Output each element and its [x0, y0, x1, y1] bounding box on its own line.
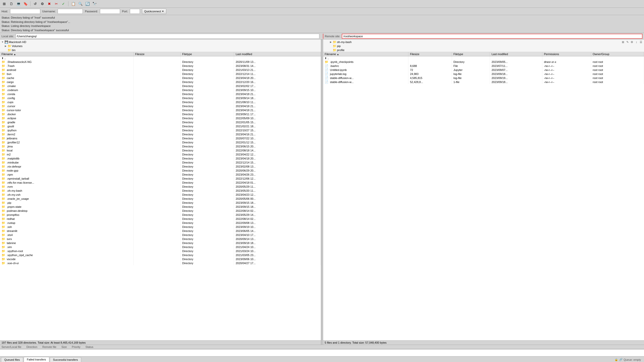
local-file-row[interactable]: ..: [0, 56, 321, 60]
remote-file-row[interactable]: ..: [323, 56, 644, 60]
tab-failed-transfers[interactable]: Failed transfers: [24, 357, 49, 362]
local-file-row[interactable]: .jima Directory 2023/06/15 20...: [0, 144, 321, 148]
col-filesize[interactable]: Filesize: [408, 52, 452, 56]
local-file-row[interactable]: .ssh Directory 2023/09/19 10...: [0, 225, 321, 229]
open-sftp-icon[interactable]: 💻: [16, 1, 21, 7]
local-file-row[interactable]: .ntfs-for-mac-license... Directory 2022/…: [0, 181, 321, 185]
tab-queued-files[interactable]: Queued files: [1, 357, 23, 362]
local-file-row[interactable]: .vpython_cipd_cache Directory 2021/03/05…: [0, 253, 321, 257]
col-permissions[interactable]: Permissions: [542, 52, 591, 56]
local-file-row[interactable]: vscode Directory 2023/09/06 10...: [0, 257, 321, 261]
local-file-row[interactable]: .docker Directory 2023/09/11 17...: [0, 112, 321, 116]
local-file-row[interactable]: cursor-tutor Directory 2023/04/18 21...: [0, 108, 321, 112]
local-file-row[interactable]: .ShadowsocksX-NG Directory 2020/11/09 13…: [0, 60, 321, 64]
local-file-row[interactable]: .gradle Directory 2022/01/05 15...: [0, 120, 321, 124]
panel-icon-4[interactable]: ↕: [634, 40, 638, 44]
local-file-row[interactable]: node-gyp Directory 2020/06/29 20...: [0, 169, 321, 173]
col-filename[interactable]: Filename ▲: [0, 52, 133, 56]
sync-icon[interactable]: 🔄: [85, 1, 90, 7]
col-owner[interactable]: Owner/Group: [591, 52, 644, 56]
tree-node-volumes[interactable]: ▶ 📁 Volumes: [0, 44, 321, 48]
local-file-row[interactable]: .vue-cli-ui Directory 2020/04/27 17...: [0, 261, 321, 265]
local-file-row[interactable]: .jprofiler12 Directory 2022/01/12 15...: [0, 140, 321, 144]
local-file-row[interactable]: .cursor Directory 2023/04/18 21...: [0, 104, 321, 108]
password-input[interactable]: [100, 9, 120, 14]
col-filetype[interactable]: Filetype: [452, 52, 490, 56]
local-file-row[interactable]: local Directory 2022/08/18 14...: [0, 148, 321, 152]
remote-file-row[interactable]: jupyterlab.log 24,983 log-file 2023/09/1…: [323, 72, 644, 76]
col-filetype[interactable]: Filetype: [181, 52, 234, 56]
scout-icon[interactable]: 🔭: [92, 1, 97, 7]
new-tab-icon[interactable]: 🗋: [9, 1, 14, 7]
local-file-row[interactable]: podman-desktop Directory 2022/08/14 02..…: [0, 209, 321, 213]
username-input[interactable]: [58, 9, 83, 14]
panel-icon-2[interactable]: ✎: [625, 40, 629, 44]
local-file-row[interactable]: bun Directory 2022/12/14 11...: [0, 72, 321, 76]
panel-icon-5[interactable]: ☰: [639, 40, 643, 44]
tab-successful-transfers[interactable]: Successful transfers: [50, 357, 81, 362]
local-path-input[interactable]: [16, 34, 319, 39]
local-file-row[interactable]: .rustup Directory 2022/09/08 13...: [0, 221, 321, 225]
quickconnect-button[interactable]: Quickconnect ▼: [142, 9, 166, 14]
local-file-row[interactable]: .conda Directory 2023/04/18 21...: [0, 92, 321, 96]
local-file-row[interactable]: .npminstall_tarball Directory 2022/12/06…: [0, 177, 321, 181]
local-file-row[interactable]: cache Directory 2023/04/18 20...: [0, 76, 321, 80]
open-site-manager-icon[interactable]: ⊞: [2, 1, 7, 7]
panel-icon-3[interactable]: ⚙: [630, 40, 634, 44]
local-file-row[interactable]: .nvm Directory 2020/05/29 11...: [0, 185, 321, 189]
remote-file-row[interactable]: .bashrc 8,688 File 2023/07/11... -rw-r--…: [323, 64, 644, 68]
col-filesize[interactable]: Filesize: [133, 52, 180, 56]
quickconnect-dropdown-icon[interactable]: ▼: [162, 10, 164, 13]
local-file-row[interactable]: android Directory 2021/03/13 21...: [0, 68, 321, 72]
col-lastmodified[interactable]: Last modified: [234, 52, 321, 56]
local-file-row[interactable]: svrx Directory 2020/09/14 13...: [0, 237, 321, 241]
local-file-row[interactable]: streamlit Directory 2023/06/05 14...: [0, 229, 321, 233]
col-lastmodified[interactable]: Last modified: [490, 52, 542, 56]
tree-node-pip[interactable]: 📁 pip: [323, 44, 644, 48]
local-file-row[interactable]: .config Directory 2023/09/14 18...: [0, 96, 321, 100]
local-file-row[interactable]: .matplotlib Directory 2023/04/18 20...: [0, 156, 321, 160]
cancel-icon[interactable]: ✖: [47, 1, 52, 7]
local-file-row[interactable]: .Trash Directory 2023/08/31 14...: [0, 64, 321, 68]
local-file-row[interactable]: .oracle_jre_usage Directory 2020/05/06 0…: [0, 197, 321, 201]
remote-path-input[interactable]: [342, 34, 642, 39]
local-file-row[interactable]: .pip Directory 2023/09/15 18...: [0, 201, 321, 205]
disconnect-icon[interactable]: ✂: [54, 1, 59, 7]
local-file-row[interactable]: .iterm2 Directory 2023/04/16 21...: [0, 132, 321, 136]
refresh-icon[interactable]: ↺: [32, 1, 38, 7]
panel-icon-1[interactable]: ⊞: [621, 40, 625, 44]
local-file-scroll[interactable]: Filename ▲ Filesize Filetype Last modifi…: [0, 52, 321, 340]
local-file-row[interactable]: redhat Directory 2022/08/14 02...: [0, 217, 321, 221]
local-file-row[interactable]: .oh-my-bash Directory 2023/05/20 11...: [0, 189, 321, 193]
local-file-row[interactable]: .ipython Directory 2022/10/27 15...: [0, 128, 321, 132]
port-input[interactable]: [130, 9, 140, 14]
tree-node-profile[interactable]: 📁 profile: [323, 48, 644, 52]
local-file-row[interactable]: .vpython-root Directory 2021/03/24 10...: [0, 249, 321, 253]
remote-file-row[interactable]: stable-diffusion-w... 52,428,8... 1-file…: [323, 80, 644, 84]
remote-file-row[interactable]: stable-diffusion-w... 4,585,815 log-file…: [323, 76, 644, 80]
network-settings-icon[interactable]: ⚙: [40, 1, 45, 7]
local-file-row[interactable]: tabnine Directory 2023/09/18 18...: [0, 241, 321, 245]
bookmark-icon[interactable]: 🔖: [23, 1, 28, 7]
tree-node-oh-my-bash[interactable]: ▶ 📁 oh-my-bash: [323, 40, 644, 44]
main-splitter[interactable]: [321, 39, 323, 345]
col-filename[interactable]: Filename ▲: [323, 52, 408, 56]
local-file-row[interactable]: jetbrains Directory 2020/07/22 10...: [0, 136, 321, 140]
search-files-icon[interactable]: 🔍: [78, 1, 83, 7]
tree-node-macintosh[interactable]: ▼ 💾 Macintosh HD: [0, 40, 321, 44]
remote-file-scroll[interactable]: Filename ▲ Filesize Filetype Last modifi…: [323, 52, 644, 340]
local-file-row[interactable]: .vim Directory 2021/04/24 10...: [0, 245, 321, 249]
local-file-row[interactable]: .pnpm-state Directory 2023/09/15 18...: [0, 205, 321, 209]
reconnect-icon[interactable]: ✓: [61, 1, 66, 7]
local-file-row[interactable]: .minikube Directory 2022/12/14 15...: [0, 160, 321, 165]
local-file-row[interactable]: .eclipse Directory 2022/05/09 10...: [0, 116, 321, 120]
local-file-row[interactable]: .gsutil Directory 2021/02/21 18...: [0, 124, 321, 128]
local-file-row[interactable]: .cmake Directory 2023/02/02 17...: [0, 84, 321, 88]
local-file-row[interactable]: cargo Directory 2022/12/20 16...: [0, 80, 321, 84]
local-file-row[interactable]: .npm Directory 2023/04/26 23...: [0, 173, 321, 177]
remote-file-row[interactable]: Untitled.ipynb 72 Jupyter 2023/09/07... …: [323, 68, 644, 72]
local-file-row[interactable]: .sts4 Directory 2023/04/10 17...: [0, 233, 321, 237]
filemgr-icon[interactable]: 📋: [70, 1, 76, 7]
local-file-row[interactable]: .nix-defexpr Directory 2023/02/08 13...: [0, 165, 321, 169]
remote-file-row[interactable]: .ipynb_checkpoints Directory 2023/09/05.…: [323, 60, 644, 64]
